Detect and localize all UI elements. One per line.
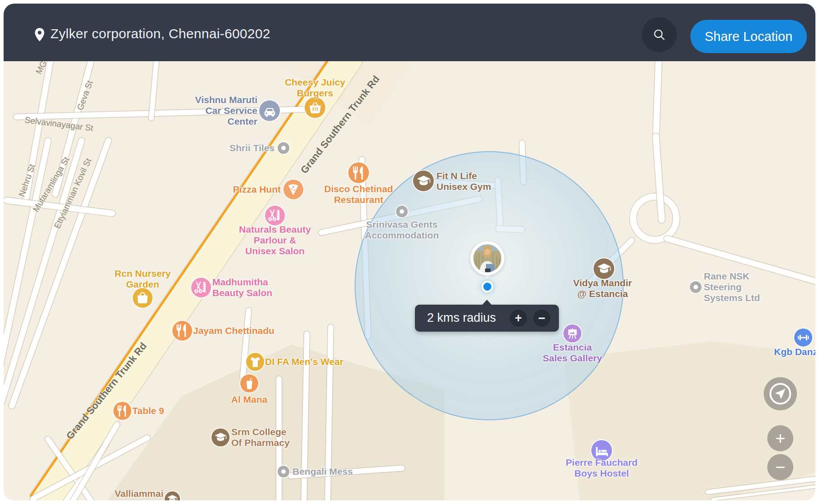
- tooltip-arrow: [482, 300, 492, 305]
- location-pin-icon: [32, 27, 48, 43]
- poi-label-line: Shrii Tiles: [230, 143, 274, 153]
- zoom-out-button[interactable]: −: [767, 454, 793, 480]
- poi-dot-marker: [690, 281, 702, 293]
- poi-label-naturals-beauty: Naturals BeautyParlour &Unisex Salon: [239, 224, 311, 256]
- poi-label-srm-college: Srm CollegeOf Pharmacy: [231, 427, 290, 448]
- road: [4, 137, 85, 405]
- user-avatar-photo: [473, 244, 501, 272]
- poi-label-rane-nsk: Rane NSKSteeringSystems Ltd: [704, 271, 760, 303]
- easel-icon: [563, 324, 581, 342]
- poi-label-valliammai: Valliammai: [115, 488, 164, 499]
- poi-label-line: Srinivasa Gents: [365, 219, 439, 230]
- pizza-icon: [284, 180, 303, 199]
- poi-label-line: Pierre Fauchard: [566, 457, 638, 468]
- poi-label-jayam-chettinadu: Jayam Chettinadu: [193, 325, 274, 336]
- drink-icon: [240, 374, 258, 392]
- search-icon: [652, 27, 666, 42]
- poi-label-vishnu-maruti: Vishnu MarutiCar ServiceCenter: [195, 94, 257, 127]
- poi-label-line: Disco Chetinad: [324, 184, 393, 194]
- poi-label-line: Center: [195, 116, 257, 127]
- poi-label-fit-n-life: Fit N LifeUnisex Gym: [436, 171, 491, 192]
- poi-dot-marker: [278, 466, 289, 477]
- poi-label-shrii-tiles: Shrii Tiles: [230, 143, 274, 153]
- poi-label-cheesy-juicy-burgers: Cheesy JuicyBurgers: [285, 77, 345, 99]
- share-location-button[interactable]: Share Location: [690, 20, 807, 53]
- poi-label-line: Of Pharmacy: [231, 437, 290, 448]
- fork-icon: [113, 402, 131, 420]
- poi-label-line: Valliammai: [115, 488, 164, 499]
- poi-label-line: Estancia: [543, 342, 602, 353]
- poi-label-line: Srm College: [231, 427, 290, 437]
- poi-label-al-mana: Al Mana: [231, 394, 268, 405]
- poi-label-line: Vishnu Maruti: [195, 94, 257, 105]
- poi-label-line: Beauty Salon: [212, 288, 272, 298]
- poi-label-table-9: Table 9: [132, 405, 164, 416]
- poi-label-srinivasa-gents: Srinivasa GentsAccommodation: [365, 219, 439, 241]
- poi-label-line: Fit N Life: [436, 171, 491, 181]
- poi-dot-marker: [396, 206, 408, 217]
- radius-increase-button[interactable]: +: [510, 310, 527, 327]
- poi-label-line: Pizza Hunt: [233, 184, 281, 195]
- poi-label-line: Bengali Mess: [292, 466, 353, 477]
- poi-label-line: Cheesy Juicy: [285, 77, 345, 88]
- poi-label-line: Jayam Chettinadu: [193, 325, 274, 336]
- poi-label-line: Unisex Gym: [436, 181, 491, 192]
- radius-tooltip-label: 2 kms radius: [427, 311, 496, 325]
- poi-label-di-fa-mens-wear: DI FA Men's Wear: [265, 356, 343, 367]
- poi-label-line: Burgers: [285, 88, 345, 99]
- scissors-icon: [265, 206, 285, 225]
- map-canvas[interactable]: CleaningMGGeva StSelvavinayagar StNehru …: [4, 61, 815, 500]
- poi-label-line: Rane NSK: [704, 271, 760, 282]
- scissors-icon: [191, 278, 211, 297]
- basket-icon: [305, 97, 325, 118]
- poi-label-line: Madhumitha: [212, 277, 272, 288]
- poi-label-line: Rcn Nursery: [115, 268, 171, 279]
- poi-label-estancia-gallery: EstanciaSales Gallery: [543, 342, 602, 364]
- poi-label-line: Naturals Beauty: [239, 224, 311, 235]
- search-button[interactable]: [642, 17, 677, 52]
- street-label: Geva St: [75, 79, 95, 112]
- road: [653, 61, 662, 135]
- cap-icon: [594, 258, 614, 279]
- current-location-label: Zylker corporation, Chennai-600202: [50, 26, 270, 41]
- poi-label-line: Al Mana: [231, 394, 268, 405]
- poi-label-rcn-nursery: Rcn NurseryGarden: [115, 268, 171, 290]
- bag-icon: [133, 288, 153, 308]
- poi-label-line: Steering: [704, 282, 760, 292]
- poi-label-line: Boys Hostel: [566, 468, 638, 479]
- radius-decrease-button[interactable]: −: [533, 310, 550, 327]
- car-icon: [259, 100, 280, 121]
- poi-label-line: Restaurant: [324, 194, 393, 205]
- locate-button[interactable]: [764, 377, 797, 410]
- poi-label-line: Garden: [115, 279, 171, 290]
- poi-label-line: Table 9: [132, 405, 164, 416]
- poi-label-madhumitha-salon: MadhumithaBeauty Salon: [212, 277, 272, 298]
- navigation-arrow-icon: [774, 387, 787, 400]
- radius-tooltip: 2 kms radius + −: [415, 305, 559, 332]
- tshirt-icon: [246, 353, 264, 371]
- cap-icon: [212, 428, 230, 446]
- poi-label-line: Unisex Salon: [239, 246, 311, 256]
- poi-label-line: Car Service: [195, 105, 257, 116]
- app-window: CleaningMGGeva StSelvavinayagar StNehru …: [4, 4, 815, 500]
- fork-icon: [172, 321, 192, 341]
- poi-label-line: Kgb Danzo: [774, 346, 815, 357]
- poi-label-pizza-hunt: Pizza Hunt: [233, 184, 281, 195]
- poi-dot-marker: [278, 142, 289, 154]
- poi-label-bengali-mess: Bengali Mess: [292, 466, 353, 477]
- poi-label-line: Accommodation: [365, 230, 439, 241]
- poi-label-pierre-fauchard: Pierre FauchardBoys Hostel: [566, 457, 638, 479]
- zoom-in-button[interactable]: +: [767, 425, 793, 451]
- poi-label-kgb-danzo: Kgb Danzo: [774, 346, 815, 357]
- poi-label-disco-chetinad: Disco ChetinadRestaurant: [324, 184, 393, 205]
- poi-label-line: @ Estancia: [573, 288, 632, 299]
- poi-label-line: Parlour &: [239, 235, 311, 246]
- poi-label-line: DI FA Men's Wear: [265, 356, 343, 367]
- poi-label-line: Sales Gallery: [543, 353, 602, 364]
- cap-icon: [413, 171, 434, 191]
- poi-label-vidya-mandir: Vidya Mandir@ Estancia: [573, 278, 632, 299]
- user-location-dot: [482, 281, 493, 292]
- user-avatar-marker[interactable]: [470, 241, 504, 275]
- poi-label-line: Systems Ltd: [704, 292, 760, 303]
- dumbbell-icon: [794, 328, 812, 346]
